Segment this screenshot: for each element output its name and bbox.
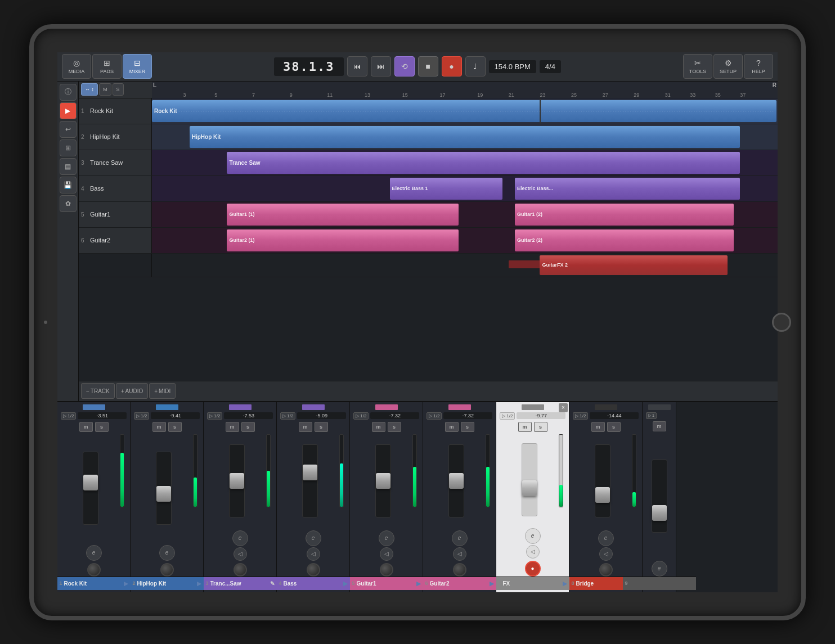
- ch2-solo-button[interactable]: s: [168, 422, 182, 432]
- ch4-fader[interactable]: [282, 434, 337, 528]
- ch3-vol[interactable]: -7.53: [224, 412, 273, 419]
- ch3-fader-handle[interactable]: [230, 473, 244, 489]
- ch3-pan-knob[interactable]: [234, 563, 247, 577]
- track-block[interactable]: Trance Saw: [227, 152, 740, 174]
- ch3-eq-button[interactable]: e: [232, 530, 248, 546]
- ch7-mute-button[interactable]: m: [518, 422, 532, 432]
- ch3-input-btn[interactable]: ▷ 1/2: [207, 412, 222, 420]
- sidebar-play-button[interactable]: ▶: [60, 102, 77, 119]
- ch7-fader-handle[interactable]: [522, 480, 537, 496]
- ch8-eq-button[interactable]: e: [598, 530, 614, 546]
- ch3-mute-button[interactable]: m: [226, 422, 239, 432]
- ch8-pan-knob[interactable]: [599, 563, 613, 577]
- metronome-button[interactable]: ♩: [465, 56, 486, 76]
- ch7-input-btn[interactable]: ▷ 1/2: [500, 412, 515, 420]
- sidebar-effects-button[interactable]: ✿: [60, 195, 77, 212]
- ch5-fader[interactable]: [356, 434, 410, 528]
- loop-button[interactable]: ⟲: [394, 56, 415, 76]
- ch4-input-btn[interactable]: ▷ 1/2: [280, 412, 295, 420]
- mixer-button[interactable]: ⊟ MIXER: [123, 54, 152, 79]
- track-block[interactable]: HipHop Kit: [190, 126, 740, 148]
- ch6-input-btn[interactable]: ▷ 1/2: [427, 412, 442, 420]
- ch1-vol[interactable]: -3.51: [78, 412, 127, 419]
- ch4-monitor-button[interactable]: ◁: [307, 547, 320, 561]
- track-2-content[interactable]: HipHop Kit: [152, 124, 778, 150]
- ch7-vol[interactable]: -9.77: [517, 412, 565, 419]
- ch1-fader-handle[interactable]: [83, 475, 98, 490]
- ch5-monitor-button[interactable]: ◁: [380, 547, 393, 561]
- ch1-input-btn[interactable]: ▷ 1/2: [61, 412, 76, 420]
- track-block[interactable]: Guitar2 (1): [227, 229, 458, 251]
- track-block[interactable]: Rock Kit: [152, 100, 776, 122]
- ch6-fader[interactable]: [429, 434, 483, 528]
- ch5-solo-button[interactable]: s: [388, 422, 401, 432]
- track-1-content[interactable]: Rock Kit: [152, 98, 778, 124]
- ch2-vol[interactable]: -9.41: [151, 412, 200, 419]
- ch7-record-button[interactable]: ●: [525, 561, 541, 577]
- rewind-start-button[interactable]: ⏮: [347, 56, 367, 76]
- ch5-eq-button[interactable]: e: [379, 530, 394, 546]
- ch4-solo-button[interactable]: s: [315, 422, 328, 432]
- ch5-input-btn[interactable]: ▷ 1/2: [353, 412, 369, 420]
- track-3-content[interactable]: Trance Saw: [152, 150, 778, 175]
- ch1-solo-button[interactable]: s: [95, 422, 109, 432]
- pads-button[interactable]: ⊞ PADS: [92, 54, 122, 79]
- ch8-monitor-button[interactable]: ◁: [599, 547, 613, 561]
- sidebar-save-button[interactable]: 💾: [60, 177, 77, 193]
- ch4-vol[interactable]: -5.09: [297, 412, 346, 419]
- ch4-fader-handle[interactable]: [303, 465, 317, 480]
- track-block[interactable]: Guitar1 (1): [227, 204, 458, 226]
- ch6-vol[interactable]: -7.32: [443, 412, 492, 419]
- sidebar-monitor-button[interactable]: ▤: [60, 158, 77, 175]
- ch7-fader[interactable]: [502, 434, 556, 526]
- record-button[interactable]: ●: [442, 56, 462, 76]
- arrange-view-button[interactable]: ↔ ↕: [81, 83, 98, 96]
- ch5-vol[interactable]: -7.32: [370, 412, 419, 419]
- sidebar-info-button[interactable]: ⓘ: [60, 84, 77, 101]
- ch2-input-btn[interactable]: ▷ 1/2: [134, 412, 149, 420]
- media-button[interactable]: ◎ MEDIA: [62, 54, 91, 79]
- stop-button[interactable]: ■: [418, 56, 438, 76]
- ch5-pan-knob[interactable]: [380, 563, 393, 577]
- guitarfx-block[interactable]: GuitarFX 2: [540, 255, 728, 275]
- remove-track-button[interactable]: − TRACK: [81, 383, 115, 399]
- track-block[interactable]: Guitar2 (2): [515, 229, 734, 251]
- ch8-vol[interactable]: -14.44: [590, 412, 639, 419]
- track-block[interactable]: Electric Bass...: [515, 178, 740, 200]
- ch2-eq-button[interactable]: e: [159, 545, 175, 561]
- track-block[interactable]: Electric Bass 1: [390, 178, 502, 200]
- ch9-eq-button[interactable]: e: [652, 561, 667, 577]
- add-audio-button[interactable]: + AUDIO: [116, 383, 149, 399]
- ch8-input-btn[interactable]: ▷ 1/2: [573, 412, 588, 420]
- ch1-fader[interactable]: [63, 434, 118, 543]
- time-display[interactable]: 38.1.3: [274, 57, 343, 76]
- ch2-mute-button[interactable]: m: [152, 422, 166, 432]
- sidebar-arrow-button[interactable]: ↩: [60, 121, 77, 138]
- ch9-fader[interactable]: [648, 434, 670, 559]
- fast-forward-button[interactable]: ⏭: [371, 56, 391, 76]
- mute-view-button[interactable]: M: [99, 83, 111, 96]
- ch4-mute-button[interactable]: m: [299, 422, 312, 432]
- ch6-eq-button[interactable]: e: [452, 530, 468, 546]
- ch8-fader-handle[interactable]: [595, 487, 610, 503]
- ch6-pan-knob[interactable]: [453, 563, 466, 577]
- ch4-pan-knob[interactable]: [307, 563, 320, 577]
- time-sig-display[interactable]: 4/4: [540, 60, 561, 73]
- ch7-eq-button[interactable]: e: [525, 528, 541, 544]
- ch3-fader[interactable]: [209, 434, 264, 528]
- ch9-fader-handle[interactable]: [652, 505, 667, 521]
- ch3-solo-button[interactable]: s: [241, 422, 255, 432]
- ch3-monitor-button[interactable]: ◁: [234, 547, 247, 561]
- ch8-mute-button[interactable]: m: [591, 422, 605, 432]
- track-6-content[interactable]: Guitar2 (1) Guitar2 (2): [152, 228, 778, 253]
- ch1-pan-knob[interactable]: [87, 563, 101, 577]
- ch7-monitor-button[interactable]: ◁: [526, 545, 540, 559]
- track-4-content[interactable]: Electric Bass 1 Electric Bass...: [152, 176, 778, 201]
- ch6-mute-button[interactable]: m: [445, 422, 459, 432]
- ch1-eq-button[interactable]: e: [86, 545, 102, 561]
- ch4-eq-button[interactable]: e: [306, 530, 321, 546]
- ch8-solo-button[interactable]: s: [607, 422, 621, 432]
- ch1-mute-button[interactable]: m: [79, 422, 93, 432]
- bpm-display[interactable]: 154.0 BPM: [489, 60, 536, 73]
- fx-close-button[interactable]: ×: [559, 403, 568, 412]
